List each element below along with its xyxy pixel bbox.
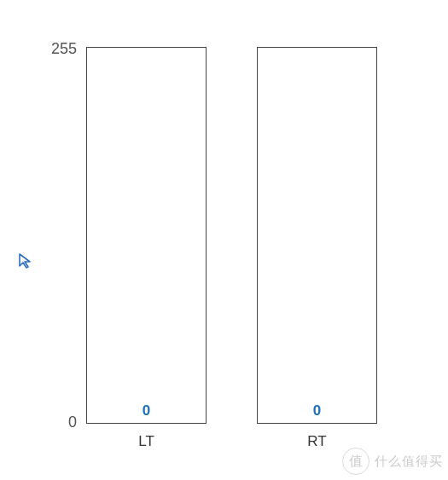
bar-lt-value: 0	[87, 402, 206, 419]
bar-rt-value: 0	[258, 402, 376, 419]
bar-lt-label: LT	[86, 433, 207, 450]
trigger-chart: 255 0 0 LT 0 RT 值 什么值得买	[0, 0, 448, 480]
y-axis-max-label: 255	[17, 40, 77, 58]
mouse-cursor-icon	[18, 252, 35, 269]
watermark: 值 什么值得买	[342, 448, 443, 475]
bar-lt: 0	[86, 47, 207, 424]
watermark-icon: 值	[342, 448, 369, 475]
watermark-text: 什么值得买	[375, 454, 443, 470]
y-axis-min-label: 0	[17, 413, 77, 431]
bar-rt: 0	[257, 47, 377, 424]
